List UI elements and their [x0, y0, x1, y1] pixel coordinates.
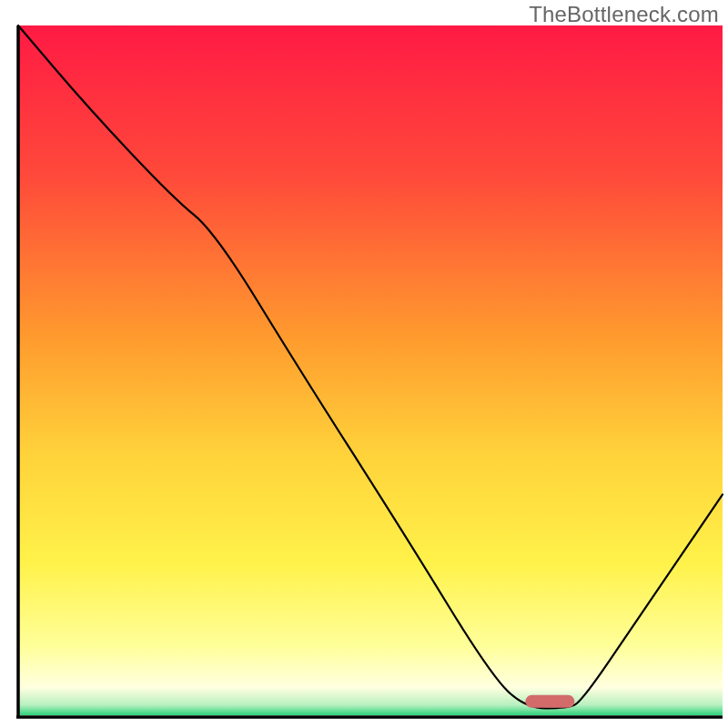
optimum-marker [525, 695, 574, 708]
watermark-text: TheBottleneck.com [529, 2, 719, 27]
gradient-background [18, 25, 723, 715]
chart-container: TheBottleneck.com [0, 0, 728, 728]
chart-svg [0, 0, 728, 728]
